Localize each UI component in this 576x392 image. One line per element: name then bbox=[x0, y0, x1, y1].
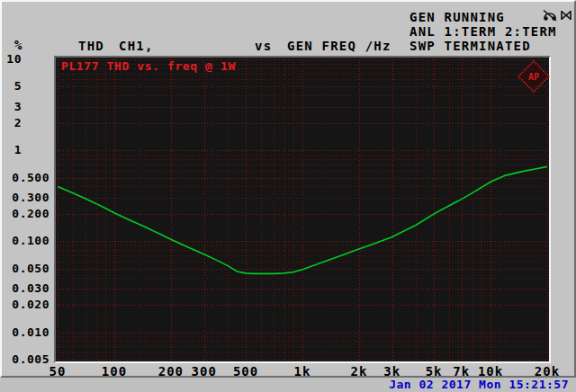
thd-sweep-chart bbox=[56, 58, 549, 361]
x-tick-label: 7k bbox=[453, 364, 470, 379]
analyzer-status: ANL 1:TERM 2:TERM bbox=[410, 24, 557, 39]
status-bar: Jan 02 2017 Mon 15:21:57 bbox=[0, 378, 576, 392]
x-tick-label: 200 bbox=[158, 364, 184, 379]
x-tick-label: 100 bbox=[102, 364, 127, 379]
y-tick-label: 0.005 bbox=[12, 352, 50, 366]
y-tick-label: 0.300 bbox=[12, 191, 50, 204]
y-tick-label: 0.200 bbox=[12, 207, 50, 220]
x-tick-label: 2k bbox=[350, 364, 367, 379]
y-tick-label: 0.100 bbox=[12, 234, 50, 247]
vs-label: vs bbox=[255, 39, 272, 53]
measurement-type-label: THD bbox=[78, 39, 104, 53]
clock-timestamp: Jan 02 2017 Mon 15:21:57 bbox=[389, 378, 569, 391]
y-tick-label: 0.030 bbox=[12, 281, 50, 295]
y-tick-label: 0.050 bbox=[12, 262, 50, 275]
plot-title: PL177 THD vs. freq @ 1W bbox=[61, 59, 236, 73]
y-tick-label: 0.020 bbox=[12, 298, 50, 311]
plot-area[interactable] bbox=[54, 56, 551, 363]
instrument-panel: % THD CH1, vs GEN FREQ /Hz GEN RUNNING A… bbox=[0, 0, 576, 378]
y-tick-label: 10 bbox=[6, 52, 22, 66]
x-tick-label: 3k bbox=[383, 364, 400, 379]
y-axis-unit-label: % bbox=[14, 38, 23, 52]
generator-status: GEN RUNNING bbox=[410, 10, 505, 24]
analyzer-window: % THD CH1, vs GEN FREQ /Hz GEN RUNNING A… bbox=[0, 0, 576, 392]
y-tick-label: 1 bbox=[14, 143, 22, 156]
logo-monogram: AP bbox=[528, 72, 539, 82]
y-tick-label: 5 bbox=[14, 79, 22, 93]
x-tick-label: 1k bbox=[294, 364, 311, 379]
y-tick-label: 0.500 bbox=[12, 171, 50, 184]
x-tick-label: 5k bbox=[426, 364, 443, 379]
y-tick-label: 2 bbox=[14, 116, 22, 129]
x-tick-label: 10k bbox=[478, 364, 503, 379]
y-tick-label: 0.010 bbox=[12, 325, 50, 339]
x-tick-label: 50 bbox=[50, 364, 67, 379]
thd-curve bbox=[58, 166, 547, 273]
ap-diamond-logo: AP bbox=[517, 59, 551, 94]
x-tick-label: 20k bbox=[535, 364, 560, 379]
x-axis-title-label: GEN FREQ /Hz bbox=[287, 39, 392, 53]
y-tick-label: 3 bbox=[14, 100, 22, 113]
x-tick-label: 300 bbox=[192, 364, 217, 379]
x-tick-label: 500 bbox=[233, 364, 258, 379]
sweep-status: SWP TERMINATED bbox=[410, 39, 531, 53]
headphones-muted-icon[interactable] bbox=[543, 8, 557, 22]
speaker-muted-icon[interactable] bbox=[559, 8, 573, 22]
channel-label: CH1, bbox=[119, 39, 154, 53]
